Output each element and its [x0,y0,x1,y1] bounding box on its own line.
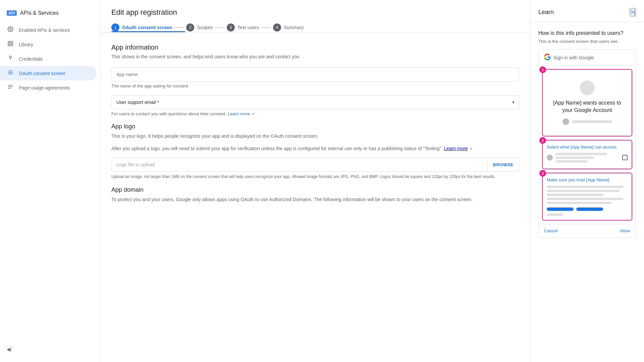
step-3-circle: 3 [227,23,235,32]
step-1-label: OAuth consent screen [122,25,172,30]
consent-line-3 [555,160,588,163]
email-select-wrapper: User support email * ▾ [111,95,519,109]
svg-rect-4 [11,44,13,46]
consent-line-1 [555,153,607,155]
svg-rect-2 [11,41,13,43]
trust-line-1 [547,186,624,188]
learn-collapse-button[interactable]: >| [630,8,636,16]
app-logo-title: App logo [111,123,519,130]
svg-point-5 [9,56,11,58]
learn-body: How is this info presented to users? Thi… [530,22,644,362]
consent-section-2: 2 Select what [App Name] can access [542,140,632,169]
app-information-section: App information This shows in the consen… [111,44,519,116]
step-1-circle: 1 [111,23,119,32]
trust-line-extra [547,214,564,216]
consent-section-3: 3 Make sure you trust [App Name] [542,173,632,221]
consent-cancel-button[interactable]: Cancel [544,228,557,233]
page-usage-icon [7,84,14,92]
file-input-placeholder: Logo file to upload [112,158,487,171]
consent-footer: Cancel Allow [539,224,636,237]
trust-line-4 [547,198,624,200]
app-logo-section: App logo This is your logo. It helps peo… [111,123,519,180]
library-icon [7,41,14,48]
logo-learn-more-link[interactable]: Learn more [444,146,468,151]
sidebar-item-label: OAuth consent screen [19,71,65,76]
email-learn-more-link[interactable]: Learn more [228,111,250,116]
sidebar-item-oauth-consent[interactable]: OAuth consent screen [0,66,96,80]
consent-trust-title: Make sure you trust [App Name] [547,177,628,182]
step-2-label: Scopes [197,25,213,30]
consent-section-2-content: Select what [App Name] can access [547,144,628,163]
app-logo-desc1: This is your logo. It helps people recog… [111,133,519,140]
sidebar-item-credentials[interactable]: Credentials [0,52,96,66]
app-information-title: App information [111,44,519,51]
learn-header: Learn >| [530,0,644,22]
stepper-progress-bar [111,31,185,32]
sidebar-item-label: Credentials [19,56,43,62]
user-support-email-select[interactable]: User support email * [111,95,519,109]
app-name-hint: The name of the app asking for consent [111,83,519,88]
trust-btn-blue-1 [547,207,574,211]
sidebar-item-label: Enabled APIs & services [19,27,70,33]
trust-line-2 [547,190,620,192]
consent-preview: Sign in with Google 1 [App Name] wants a… [538,49,636,238]
step-3[interactable]: 3 Test users [227,23,259,32]
sidebar-item-library[interactable]: Library [0,37,96,52]
consent-app-text: [App Name] wants access to your Google A… [551,99,624,114]
learn-subtitle: This is the consent screen that users se… [538,39,636,44]
consent-checkbox [622,155,628,160]
app-avatar [580,80,595,95]
browse-button[interactable]: BROWSE [487,158,519,171]
learn-title: Learn [538,9,554,16]
app-domain-section: App domain To protect you and your users… [111,186,519,203]
consent-section-1: 1 [App Name] wants access to your Google… [542,69,632,136]
page-title: Edit app registration [111,8,519,17]
step-2[interactable]: 2 Scopes [186,23,213,32]
trust-line-5 [547,202,611,204]
app-domain-title: App domain [111,186,519,193]
stepper: 1 OAuth consent screen 2 Scopes 3 Test u… [111,23,519,32]
sidebar: API APIs & Services Enabled APIs & servi… [0,0,101,362]
google-logo-icon [544,54,551,61]
consent-section-3-content: Make sure you trust [App Name] [547,177,628,216]
step-4[interactable]: 4 Summary [273,23,304,32]
email-hint: For users to contact you with questions … [111,111,519,116]
app-domain-desc: To protect you and your users, Google on… [111,196,519,203]
external-link-icon-2: ↗ [469,147,472,151]
svg-rect-1 [8,41,10,43]
svg-rect-3 [8,44,10,46]
sidebar-item-enabled-apis[interactable]: Enabled APIs & services [0,23,96,37]
step-4-label: Summary [284,25,304,30]
consent-user-row [562,118,612,125]
step-connector-3 [261,27,271,28]
trust-btn-blue-2 [576,207,603,211]
main-header: Edit app registration 1 OAuth consent sc… [101,0,530,33]
consent-step-1-badge: 1 [539,66,546,73]
consent-section-1-content: [App Name] wants access to your Google A… [547,74,628,132]
app-name-input[interactable] [111,67,519,81]
credentials-icon [7,55,14,63]
main-body: App information This shows in the consen… [101,33,530,362]
oauth-icon [7,69,14,77]
consent-allow-button[interactable]: Allow [620,228,630,233]
app-name-field: The name of the app asking for consent [111,67,519,88]
sidebar-item-page-usage[interactable]: Page usage agreements [0,80,96,95]
sidebar-item-label: Page usage agreements [19,85,70,90]
settings-icon [7,26,14,34]
svg-point-0 [10,28,11,30]
step-2-circle: 2 [186,23,194,32]
file-upload-area: Logo file to upload BROWSE [111,158,519,172]
consent-user-avatar [562,118,569,125]
app-information-desc: This shows in the consent screen, and he… [111,54,519,59]
consent-item-avatar [547,155,553,161]
step-1[interactable]: 1 OAuth consent screen [111,23,172,32]
learn-question: How is this info presented to users? [538,30,636,36]
user-support-email-field: User support email * ▾ For users to cont… [111,95,519,116]
sidebar-collapse-button[interactable]: ◀| [0,343,100,355]
consent-header: Sign in with Google [539,50,636,66]
consent-line-2 [555,157,594,159]
trust-line-3 [547,194,603,196]
external-link-icon: ↗ [251,112,254,116]
api-badge: API [7,10,17,16]
consent-select-title: Select what [App Name] can access [547,144,628,149]
